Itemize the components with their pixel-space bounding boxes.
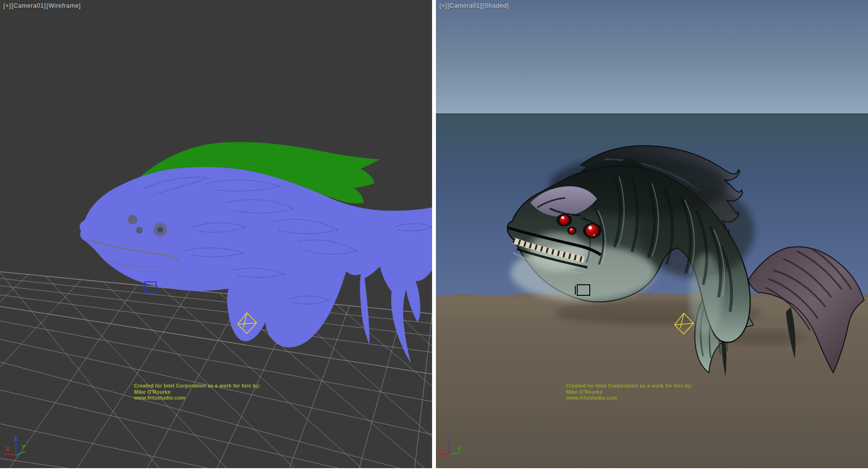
axis-y-label: y [458, 445, 461, 451]
eye-spot-upper [128, 215, 137, 224]
viewport-label: [+][Camera01][Wireframe] [3, 2, 81, 9]
axis-y-line [449, 453, 461, 454]
axis-x-label: X [6, 446, 10, 452]
viewport-menu-plus[interactable]: [+] [3, 2, 11, 9]
axis-z-label: Z [14, 436, 17, 442]
eye-spot-main-core [157, 227, 163, 233]
eye-mid [569, 228, 575, 234]
viewport-menu-camera[interactable]: [Camera01] [12, 2, 46, 9]
eye-front [559, 215, 569, 225]
axis-z-label: z [448, 436, 450, 441]
axis-x-label: x [440, 447, 443, 452]
eye-rear [586, 224, 598, 237]
credit-text: Created for Intel Corporation as a work … [566, 383, 725, 401]
credit-text: Created for Intel Corporation as a work … [134, 383, 293, 401]
viewport-label: [+][Camera01][Shaded] [439, 2, 509, 9]
axis-y-label: Y [21, 444, 26, 450]
viewport-menu-shading[interactable]: [Shaded] [482, 2, 509, 9]
axis-tripod: x y z [437, 436, 467, 463]
viewport-menu-plus[interactable]: [+] [439, 2, 447, 9]
ground-grid [0, 272, 432, 468]
viewport-canvas: [+][Camera01][Wireframe] Created for Int… [0, 0, 868, 472]
viewport-menu-camera[interactable]: [Camera01] [448, 2, 482, 9]
axis-tripod: X Y Z [1, 436, 31, 463]
eye-mid-highlight [570, 228, 571, 230]
credit-line-1: Created for Intel Corporation as a work … [566, 383, 725, 389]
fish-stipple-texture [80, 167, 432, 363]
credit-line-2: Mike O'Rourke [566, 389, 725, 395]
eye-rear-glint [593, 234, 595, 236]
axis-y-line [16, 452, 25, 455]
credit-line-3: www.fritzstudio.com [134, 395, 293, 401]
sky [436, 0, 868, 114]
viewport-wireframe[interactable]: [+][Camera01][Wireframe] Created for Int… [0, 0, 432, 468]
axis-x-line [5, 454, 16, 455]
credit-line-1: Created for Intel Corporation as a work … [134, 383, 293, 389]
viewport-menu-shading[interactable]: [Wireframe] [46, 2, 81, 9]
viewport-shaded[interactable]: [+][Camera01][Shaded] Created for Intel … [436, 0, 868, 468]
horizon-line [436, 113, 868, 114]
eye-front-highlight [561, 216, 564, 219]
credit-line-3: www.fritzstudio.com [566, 395, 725, 401]
eye-spot-small [136, 227, 143, 234]
eye-rear-highlight [589, 226, 592, 230]
credit-line-2: Mike O'Rourke [134, 389, 293, 395]
